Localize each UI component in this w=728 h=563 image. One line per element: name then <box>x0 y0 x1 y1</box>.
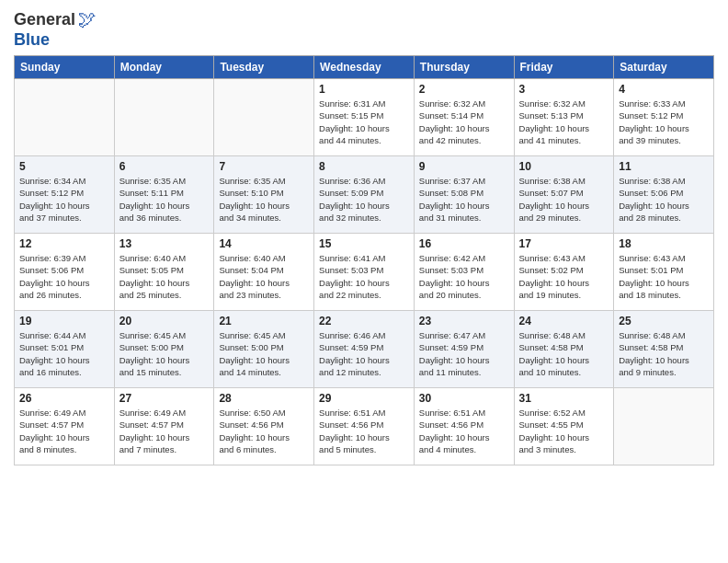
day-info: Sunrise: 6:51 AM Sunset: 4:56 PM Dayligh… <box>419 407 509 455</box>
calendar-cell: 6Sunrise: 6:35 AM Sunset: 5:11 PM Daylig… <box>114 156 214 234</box>
day-header-sunday: Sunday <box>15 56 115 79</box>
day-info: Sunrise: 6:48 AM Sunset: 4:58 PM Dayligh… <box>619 329 709 378</box>
calendar-week-row: 19Sunrise: 6:44 AM Sunset: 5:01 PM Dayli… <box>15 311 714 388</box>
day-number: 25 <box>619 315 709 327</box>
calendar-cell: 1Sunrise: 6:31 AM Sunset: 5:15 PM Daylig… <box>314 79 415 156</box>
calendar-cell: 14Sunrise: 6:40 AM Sunset: 5:04 PM Dayli… <box>214 234 314 311</box>
calendar-cell <box>614 388 714 465</box>
calendar-cell: 16Sunrise: 6:42 AM Sunset: 5:03 PM Dayli… <box>414 234 514 311</box>
day-info: Sunrise: 6:31 AM Sunset: 5:15 PM Dayligh… <box>319 98 409 146</box>
calendar-cell: 26Sunrise: 6:49 AM Sunset: 4:57 PM Dayli… <box>15 388 115 465</box>
calendar-cell: 21Sunrise: 6:45 AM Sunset: 5:00 PM Dayli… <box>214 311 314 388</box>
calendar-cell: 30Sunrise: 6:51 AM Sunset: 4:56 PM Dayli… <box>414 388 514 465</box>
calendar-cell: 9Sunrise: 6:37 AM Sunset: 5:08 PM Daylig… <box>414 156 514 234</box>
day-number: 16 <box>419 237 509 250</box>
day-number: 29 <box>319 392 409 405</box>
calendar-header-row: SundayMondayTuesdayWednesdayThursdayFrid… <box>15 56 714 79</box>
day-info: Sunrise: 6:48 AM Sunset: 4:58 PM Dayligh… <box>519 329 609 378</box>
day-number: 15 <box>319 237 409 250</box>
calendar-cell: 3Sunrise: 6:32 AM Sunset: 5:13 PM Daylig… <box>514 79 614 156</box>
day-info: Sunrise: 6:41 AM Sunset: 5:03 PM Dayligh… <box>319 252 409 301</box>
day-info: Sunrise: 6:52 AM Sunset: 4:55 PM Dayligh… <box>519 407 609 455</box>
day-info: Sunrise: 6:37 AM Sunset: 5:08 PM Dayligh… <box>419 175 509 224</box>
day-number: 27 <box>119 392 210 405</box>
day-number: 30 <box>419 392 509 405</box>
day-number: 1 <box>319 83 409 96</box>
day-number: 4 <box>619 83 709 96</box>
day-info: Sunrise: 6:49 AM Sunset: 4:57 PM Dayligh… <box>119 407 210 455</box>
day-info: Sunrise: 6:43 AM Sunset: 5:02 PM Dayligh… <box>519 252 609 301</box>
day-info: Sunrise: 6:40 AM Sunset: 5:04 PM Dayligh… <box>219 252 309 301</box>
calendar-cell <box>114 79 214 156</box>
day-info: Sunrise: 6:47 AM Sunset: 4:59 PM Dayligh… <box>419 329 509 378</box>
calendar-cell <box>15 79 115 156</box>
calendar-cell: 31Sunrise: 6:52 AM Sunset: 4:55 PM Dayli… <box>514 388 614 465</box>
calendar-cell: 12Sunrise: 6:39 AM Sunset: 5:06 PM Dayli… <box>15 234 115 311</box>
day-number: 6 <box>119 160 210 173</box>
day-number: 14 <box>219 237 309 250</box>
calendar-cell <box>214 79 314 156</box>
day-info: Sunrise: 6:39 AM Sunset: 5:06 PM Dayligh… <box>19 252 109 301</box>
day-number: 5 <box>19 160 109 173</box>
calendar-cell: 5Sunrise: 6:34 AM Sunset: 5:12 PM Daylig… <box>15 156 115 234</box>
day-info: Sunrise: 6:44 AM Sunset: 5:01 PM Dayligh… <box>19 329 109 378</box>
day-info: Sunrise: 6:51 AM Sunset: 4:56 PM Dayligh… <box>319 407 409 455</box>
day-header-saturday: Saturday <box>614 56 714 79</box>
day-number: 13 <box>119 237 210 250</box>
calendar-cell: 15Sunrise: 6:41 AM Sunset: 5:03 PM Dayli… <box>314 234 415 311</box>
calendar-cell: 17Sunrise: 6:43 AM Sunset: 5:02 PM Dayli… <box>514 234 614 311</box>
calendar-cell: 22Sunrise: 6:46 AM Sunset: 4:59 PM Dayli… <box>314 311 415 388</box>
day-info: Sunrise: 6:38 AM Sunset: 5:07 PM Dayligh… <box>519 175 609 224</box>
calendar-week-row: 5Sunrise: 6:34 AM Sunset: 5:12 PM Daylig… <box>15 156 714 234</box>
calendar-week-row: 12Sunrise: 6:39 AM Sunset: 5:06 PM Dayli… <box>15 234 714 311</box>
calendar-cell: 13Sunrise: 6:40 AM Sunset: 5:05 PM Dayli… <box>114 234 214 311</box>
day-info: Sunrise: 6:33 AM Sunset: 5:12 PM Dayligh… <box>619 98 709 146</box>
day-number: 26 <box>19 392 109 405</box>
calendar-cell: 23Sunrise: 6:47 AM Sunset: 4:59 PM Dayli… <box>414 311 514 388</box>
day-info: Sunrise: 6:42 AM Sunset: 5:03 PM Dayligh… <box>419 252 509 301</box>
logo-general-text: General <box>14 10 75 29</box>
calendar-cell: 19Sunrise: 6:44 AM Sunset: 5:01 PM Dayli… <box>15 311 115 388</box>
calendar-cell: 10Sunrise: 6:38 AM Sunset: 5:07 PM Dayli… <box>514 156 614 234</box>
day-info: Sunrise: 6:32 AM Sunset: 5:13 PM Dayligh… <box>519 98 609 146</box>
day-info: Sunrise: 6:40 AM Sunset: 5:05 PM Dayligh… <box>119 252 210 301</box>
day-header-thursday: Thursday <box>414 56 514 79</box>
day-info: Sunrise: 6:45 AM Sunset: 5:00 PM Dayligh… <box>119 329 210 378</box>
day-header-friday: Friday <box>514 56 614 79</box>
day-info: Sunrise: 6:46 AM Sunset: 4:59 PM Dayligh… <box>319 329 409 378</box>
calendar-cell: 24Sunrise: 6:48 AM Sunset: 4:58 PM Dayli… <box>514 311 614 388</box>
day-number: 9 <box>419 160 509 173</box>
day-number: 23 <box>419 315 509 327</box>
calendar-week-row: 26Sunrise: 6:49 AM Sunset: 4:57 PM Dayli… <box>15 388 714 465</box>
day-number: 11 <box>619 160 709 173</box>
day-number: 20 <box>119 315 210 327</box>
calendar-cell: 18Sunrise: 6:43 AM Sunset: 5:01 PM Dayli… <box>614 234 714 311</box>
day-number: 8 <box>319 160 409 173</box>
day-info: Sunrise: 6:50 AM Sunset: 4:56 PM Dayligh… <box>219 407 309 455</box>
calendar-cell: 29Sunrise: 6:51 AM Sunset: 4:56 PM Dayli… <box>314 388 415 465</box>
day-info: Sunrise: 6:32 AM Sunset: 5:14 PM Dayligh… <box>419 98 509 146</box>
day-number: 21 <box>219 315 309 327</box>
logo-bird-icon: 🕊 <box>78 9 97 30</box>
logo: General 🕊 Blue <box>14 9 97 50</box>
day-header-wednesday: Wednesday <box>314 56 415 79</box>
day-info: Sunrise: 6:43 AM Sunset: 5:01 PM Dayligh… <box>619 252 709 301</box>
calendar-cell: 25Sunrise: 6:48 AM Sunset: 4:58 PM Dayli… <box>614 311 714 388</box>
calendar-week-row: 1Sunrise: 6:31 AM Sunset: 5:15 PM Daylig… <box>15 79 714 156</box>
day-number: 18 <box>619 237 709 250</box>
day-header-tuesday: Tuesday <box>214 56 314 79</box>
day-number: 10 <box>519 160 609 173</box>
day-number: 24 <box>519 315 609 327</box>
day-info: Sunrise: 6:45 AM Sunset: 5:00 PM Dayligh… <box>219 329 309 378</box>
day-number: 22 <box>319 315 409 327</box>
calendar-cell: 11Sunrise: 6:38 AM Sunset: 5:06 PM Dayli… <box>614 156 714 234</box>
calendar-cell: 20Sunrise: 6:45 AM Sunset: 5:00 PM Dayli… <box>114 311 214 388</box>
day-info: Sunrise: 6:38 AM Sunset: 5:06 PM Dayligh… <box>619 175 709 224</box>
day-header-monday: Monday <box>114 56 214 79</box>
day-number: 19 <box>19 315 109 327</box>
calendar-cell: 2Sunrise: 6:32 AM Sunset: 5:14 PM Daylig… <box>414 79 514 156</box>
calendar-cell: 27Sunrise: 6:49 AM Sunset: 4:57 PM Dayli… <box>114 388 214 465</box>
day-number: 2 <box>419 83 509 96</box>
day-number: 28 <box>219 392 309 405</box>
day-info: Sunrise: 6:35 AM Sunset: 5:10 PM Dayligh… <box>219 175 309 224</box>
